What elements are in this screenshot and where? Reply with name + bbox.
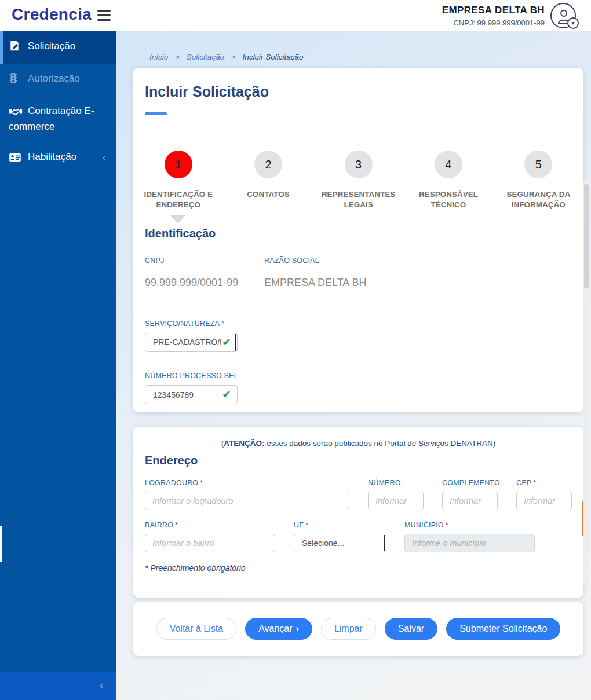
left-edge-marker [0, 526, 2, 562]
step-label: SEGURANÇA DA INFORMAÇÃO [494, 189, 583, 210]
user-avatar[interactable]: ▾ [550, 3, 576, 28]
address-heading: Endereço [145, 454, 583, 467]
user-block: EMPRESA DELTA BH CNPJ: 99.999.999/0001-9… [442, 5, 545, 27]
required-fields-note: *Preenchimento obrigatório [145, 563, 246, 573]
required-asterisk: * [221, 320, 224, 328]
sidebar: Solicitação Autorização Contratação E-co… [0, 31, 116, 672]
cep-input[interactable] [516, 492, 572, 510]
uf-label: UF* [294, 521, 308, 529]
municipio-label: MUNICIPIO* [404, 521, 448, 529]
main-content: Início > Solicitação > Incluir Solicitaç… [116, 31, 591, 700]
avatar-dropdown-caret-icon[interactable]: ▾ [567, 17, 579, 29]
note-text: Preenchimento obrigatório [150, 563, 245, 573]
chevron-left-icon: ‹ [100, 679, 103, 691]
required-asterisk: * [175, 521, 178, 529]
submeter-solicitacao-button[interactable]: Submeter Solicitação [446, 618, 560, 640]
logradouro-label: LOGRADOURO* [145, 479, 203, 487]
identification-heading: Identificação [145, 227, 583, 240]
required-asterisk: * [446, 521, 448, 529]
step-label: CONTATOS [223, 189, 313, 210]
menu-toggle-icon[interactable] [97, 10, 111, 21]
wizard-step-3[interactable]: 3 [313, 127, 403, 178]
sidebar-collapse-button[interactable]: ‹ [0, 672, 116, 700]
sidebar-item-contratacao-ecommerce[interactable]: Contratação E-commerce [0, 96, 116, 142]
app-header: Credencia EMPRESA DELTA BH CNPJ: 99.999.… [0, 0, 591, 31]
step-wizard: 1 2 3 4 5 [133, 127, 583, 182]
attention-bold: ATENÇÃO: [224, 439, 264, 448]
sidebar-item-label: Habilitação [28, 151, 76, 162]
step-circle: 3 [345, 151, 373, 178]
page-title: Incluir Solicitação [145, 83, 583, 100]
voltar-lista-button[interactable]: Voltar à Lista [156, 618, 237, 640]
cnpj-label: CNPJ [145, 256, 264, 265]
company-name: EMPRESA DELTA BH [442, 5, 545, 16]
select-value: PRE-CADASTRO/I [153, 338, 222, 347]
limpar-button[interactable]: Limpar [321, 618, 376, 640]
sidebar-item-label: Solicitação [28, 41, 75, 52]
required-asterisk: * [200, 479, 203, 487]
label-text: CEP [516, 479, 531, 487]
required-asterisk: * [533, 479, 536, 487]
scrollbar-track[interactable] [583, 179, 589, 585]
breadcrumb-separator: > [231, 53, 236, 61]
wizard-step-1[interactable]: 1 [133, 127, 223, 178]
sidebar-item-habilitacao[interactable]: Habilitação ‹ [0, 142, 116, 174]
sidebar-item-solicitacao[interactable]: Solicitação [0, 31, 116, 64]
orange-edge-indicator [582, 501, 583, 536]
sidebar-item-autorizacao[interactable]: Autorização [0, 64, 116, 96]
uf-select[interactable]: Selecione... [294, 534, 386, 552]
handshake-icon [9, 107, 21, 120]
step-label: IDENTIFICAÇÃO E ENDEREÇO [133, 189, 223, 210]
attention-notice: (ATENÇÃO: esses dados serão publicados n… [133, 439, 583, 448]
chevron-left-icon[interactable]: ‹ [103, 151, 105, 164]
step-circle: 4 [435, 151, 462, 178]
breadcrumb: Início > Solicitação > Incluir Solicitaç… [149, 53, 303, 61]
select-scrollbar [384, 535, 385, 551]
avancar-button[interactable]: Avançar› [245, 618, 312, 640]
app-logo: Credencia [12, 5, 92, 24]
select-scrollbar [235, 334, 236, 351]
label-text: LOGRADOURO [145, 479, 198, 487]
breadcrumb-inicio[interactable]: Início [149, 53, 168, 61]
breadcrumb-current: Incluir Solicitação [242, 53, 303, 61]
label-text: BAIRRO [145, 521, 173, 529]
valid-check-icon: ✔ [222, 336, 231, 349]
required-asterisk: * [145, 563, 148, 573]
chevron-right-icon: › [296, 624, 299, 633]
scrollbar-thumb[interactable] [584, 184, 589, 288]
wizard-step-4[interactable]: 4 [403, 127, 493, 178]
servico-natureza-label: SERVIÇO/NATUREZA* [145, 320, 583, 328]
bairro-label: BAIRRO* [145, 521, 178, 529]
label-text: UF [294, 521, 304, 529]
step-circle: 5 [524, 151, 552, 178]
attention-text: esses dados serão publicados no Portal d… [264, 439, 495, 448]
wizard-step-2[interactable]: 2 [223, 127, 313, 178]
numero-input[interactable] [368, 492, 424, 510]
numero-processo-sei-label: NÚMERO PROCESSO SEI [145, 372, 583, 380]
label-text: MUNICIPIO [404, 521, 444, 529]
id-card-icon [9, 152, 21, 166]
step-label: RESPONSÁVEL TÉCNICO [403, 189, 493, 210]
company-cnpj: CNPJ: 99.999.999/0001-99 [442, 19, 545, 27]
salvar-button[interactable]: Salvar [385, 618, 437, 640]
breadcrumb-solicitacao[interactable]: Solicitação [187, 53, 224, 61]
step-circle: 2 [254, 151, 282, 178]
title-underline [145, 112, 167, 115]
logradouro-input[interactable] [145, 492, 349, 510]
button-label: Avançar [258, 624, 292, 633]
document-pen-icon [9, 40, 21, 56]
bairro-input[interactable] [145, 534, 275, 552]
numero-label: NÚMERO [368, 479, 401, 487]
razao-social-label: RAZÃO SOCIAL [264, 256, 366, 265]
address-card: (ATENÇÃO: esses dados serão publicados n… [133, 427, 583, 598]
complemento-input[interactable] [442, 492, 498, 510]
actions-card: Voltar à Lista Avançar› Limpar Salvar Su… [133, 602, 583, 656]
razao-social-value: EMPRESA DELTA BH [264, 277, 366, 310]
wizard-labels: IDENTIFICAÇÃO E ENDEREÇO CONTATOS REPRES… [133, 189, 583, 210]
select-value: Selecione... [302, 538, 344, 548]
wizard-step-5[interactable]: 5 [494, 127, 583, 178]
cep-label: CEP* [516, 479, 536, 487]
cnpj-value: 99.999.999/0001-99 [145, 277, 264, 310]
label-text: SERVIÇO/NATUREZA [145, 320, 220, 328]
complemento-label: COMPLEMENTO [442, 479, 500, 487]
